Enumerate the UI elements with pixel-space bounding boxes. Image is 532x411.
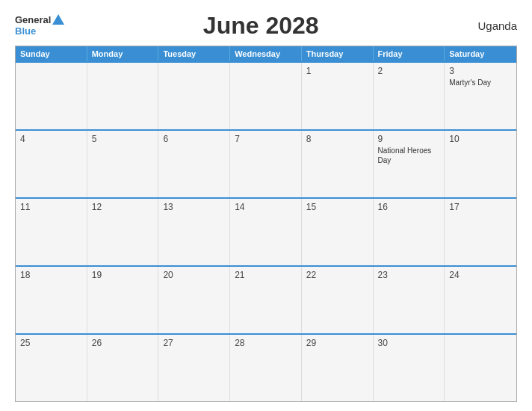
day-number: 30 [378,338,440,348]
cell-w2-wed: 7 [230,131,302,197]
cell-w5-mon: 26 [87,335,159,401]
day-number: 11 [20,202,82,212]
day-number: 14 [235,202,297,212]
day-number: 29 [306,338,368,348]
country-label: Uganda [457,19,517,32]
day-number: 22 [306,270,368,280]
day-number: 10 [449,134,512,144]
logo-triangle-icon [52,14,64,25]
week-2: 4 5 6 7 8 9 National Heroes Day [16,129,516,197]
day-number: 20 [163,270,225,280]
cell-w5-fri: 30 [374,335,445,401]
cell-w1-wed [230,63,302,129]
day-number: 5 [92,134,154,144]
cell-w4-tue: 20 [158,267,230,333]
cell-w1-sun [16,63,87,129]
page-title: June 2028 [64,12,457,40]
cell-w2-sat: 10 [445,131,516,197]
week-1: 1 2 3 Martyr's Day [16,61,516,129]
header-friday: Friday [374,46,445,61]
cell-w3-tue: 13 [158,199,230,265]
logo-row: General [15,14,64,26]
logo: General Blue [15,14,64,37]
cell-w2-tue: 6 [158,131,230,197]
header-tuesday: Tuesday [158,46,230,61]
day-number: 4 [20,134,82,144]
event-martyrs-day: Martyr's Day [449,78,512,87]
week-3: 11 12 13 14 15 16 17 [16,197,516,265]
day-number: 3 [449,66,512,76]
week-4: 18 19 20 21 22 23 24 [16,265,516,333]
cell-w1-tue [158,63,230,129]
cell-w4-thu: 22 [302,267,374,333]
logo-general-text: General [15,15,51,25]
cell-w5-thu: 29 [302,335,374,401]
cell-w1-sat: 3 Martyr's Day [445,63,516,129]
cell-w5-tue: 27 [158,335,230,401]
cell-w4-wed: 21 [230,267,302,333]
day-number: 2 [378,66,440,76]
day-number: 9 [378,134,440,144]
cell-w2-thu: 8 [302,131,374,197]
event-national-heroes-day: National Heroes Day [378,146,440,165]
cell-w1-thu: 1 [302,63,374,129]
day-number: 26 [92,338,154,348]
cell-w4-sat: 24 [445,267,516,333]
calendar-header: Sunday Monday Tuesday Wednesday Thursday… [16,46,516,61]
header-thursday: Thursday [302,46,374,61]
logo-block: General Blue [15,14,64,37]
day-number: 28 [235,338,297,348]
cell-w5-wed: 28 [230,335,302,401]
day-number: 12 [92,202,154,212]
day-number: 25 [20,338,82,348]
cell-w4-mon: 19 [87,267,159,333]
cell-w1-mon [87,63,159,129]
day-number: 13 [163,202,225,212]
header-sunday: Sunday [16,46,87,61]
cell-w4-sun: 18 [16,267,87,333]
header-saturday: Saturday [445,46,516,61]
day-number: 21 [235,270,297,280]
header-wednesday: Wednesday [230,46,302,61]
cell-w1-fri: 2 [374,63,445,129]
day-number: 27 [163,338,225,348]
day-number: 7 [235,134,297,144]
week-5: 25 26 27 28 29 30 [16,333,516,401]
cell-w3-thu: 15 [302,199,374,265]
day-number: 17 [449,202,512,212]
day-number: 24 [449,270,512,280]
cell-w4-fri: 23 [374,267,445,333]
day-number: 18 [20,270,82,280]
cell-w5-sat [445,335,516,401]
day-number: 8 [306,134,368,144]
cell-w5-sun: 25 [16,335,87,401]
calendar: Sunday Monday Tuesday Wednesday Thursday… [15,46,517,402]
cell-w3-fri: 16 [374,199,445,265]
cell-w3-mon: 12 [87,199,159,265]
cell-w2-sun: 4 [16,131,87,197]
cell-w3-sun: 11 [16,199,87,265]
day-number: 1 [306,66,368,76]
cell-w3-wed: 14 [230,199,302,265]
page: General Blue June 2028 Uganda Sunday Mon… [0,0,532,411]
day-number: 15 [306,202,368,212]
day-number: 16 [378,202,440,212]
cell-w2-mon: 5 [87,131,159,197]
day-number: 19 [92,270,154,280]
header: General Blue June 2028 Uganda [15,12,517,40]
day-number: 6 [163,134,225,144]
header-monday: Monday [87,46,159,61]
cell-w3-sat: 17 [445,199,516,265]
logo-blue-text: Blue [15,26,36,37]
day-number: 23 [378,270,440,280]
calendar-body: 1 2 3 Martyr's Day 4 5 6 [16,61,516,401]
cell-w2-fri: 9 National Heroes Day [374,131,445,197]
